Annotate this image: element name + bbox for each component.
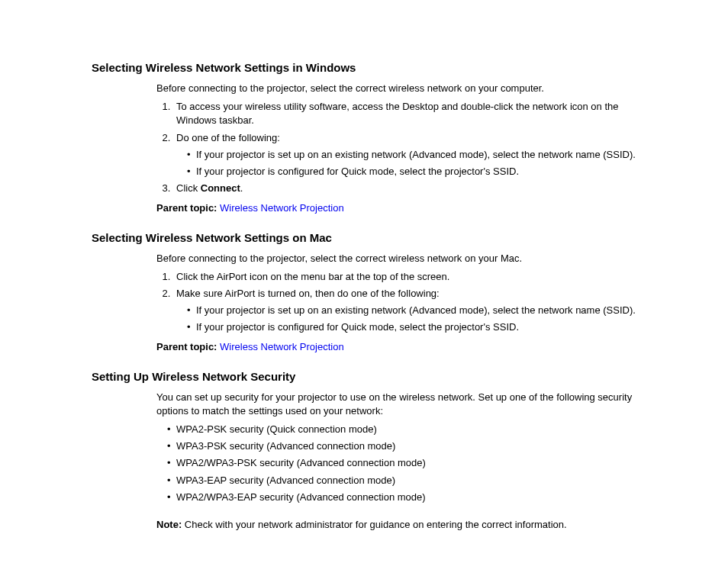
connect-label: Connect [201,182,240,194]
steps-list: Click the AirPort icon on the menu bar a… [156,270,636,335]
bullet-item: WPA2-PSK security (Quick connection mode… [167,423,636,436]
heading-mac-wireless: Selecting Wireless Network Settings on M… [92,230,636,246]
step-3-pre: Click [176,182,201,194]
bullet-item: WPA3-EAP security (Advanced connection m… [167,474,636,487]
parent-topic-label: Parent topic: [156,202,220,214]
step-3: Click Connect. [173,182,636,195]
sub-bullets: If your projector is set up on an existi… [187,304,636,334]
step-3-post: . [240,182,243,194]
bullet-item: If your projector is set up on an existi… [187,304,636,317]
heading-windows-wireless: Selecting Wireless Network Settings in W… [92,60,636,76]
section1-body: Before connecting to the projector, sele… [156,82,636,216]
parent-topic: Parent topic: Wireless Network Projectio… [156,340,636,354]
step-2-text: Make sure AirPort is turned on, then do … [176,288,440,299]
section2-body: Before connecting to the projector, sele… [156,252,636,355]
intro-text: Before connecting to the projector, sele… [156,82,636,95]
heading-security: Setting Up Wireless Network Security [92,368,636,384]
parent-topic-link[interactable]: Wireless Network Projection [220,202,344,214]
bullet-item: If your projector is set up on an existi… [187,148,636,162]
security-options-list: WPA2-PSK security (Quick connection mode… [167,423,636,504]
sub-bullets: If your projector is set up on an existi… [187,148,636,179]
parent-topic-label: Parent topic: [156,341,220,352]
note: Note: Check with your network administra… [156,518,636,532]
note-text: Check with your network administrator fo… [185,519,567,530]
bullet-item: WPA3-PSK security (Advanced connection m… [167,439,636,453]
bullet-item: If your projector is configured for Quic… [187,320,636,334]
step-1: Click the AirPort icon on the menu bar a… [173,270,636,284]
step-2-text: Do one of the following: [176,132,280,143]
parent-topic: Parent topic: Wireless Network Projectio… [156,201,636,215]
steps-list: To access your wireless utility software… [156,100,636,195]
bullet-item: WPA2/WPA3-EAP security (Advanced connect… [167,491,636,504]
intro-text: Before connecting to the projector, sele… [156,252,636,265]
intro-text: You can set up security for your project… [156,391,636,418]
step-2: Do one of the following: If your project… [173,131,636,179]
step-2: Make sure AirPort is turned on, then do … [173,287,636,335]
step-1: To access your wireless utility software… [173,100,636,127]
bullet-item: If your projector is configured for Quic… [187,165,636,179]
bullet-item: WPA2/WPA3-PSK security (Advanced connect… [167,456,636,470]
note-label: Note: [156,519,185,530]
section3-body: You can set up security for your project… [156,391,636,532]
parent-topic-link[interactable]: Wireless Network Projection [220,341,344,352]
